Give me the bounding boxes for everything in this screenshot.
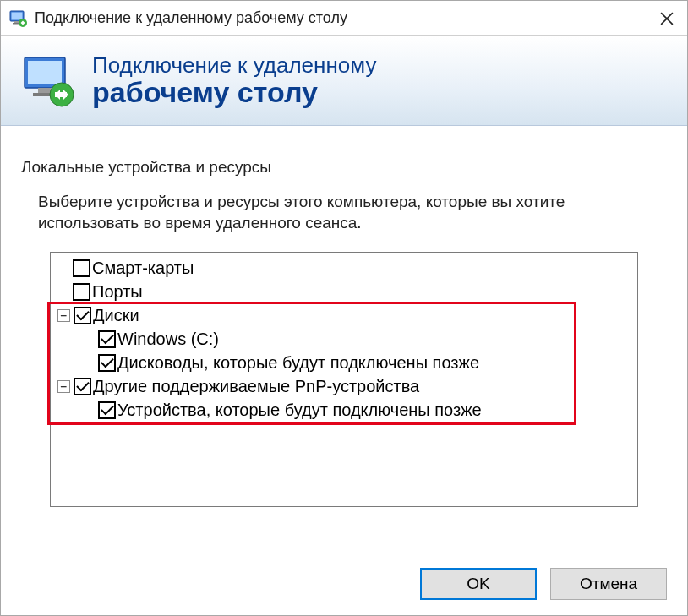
- checkbox-pnp-later[interactable]: [98, 401, 116, 419]
- dialog-window: Подключение к удаленному рабочему столу …: [0, 0, 688, 616]
- label-pnp: Другие поддерживаемые PnP-устройства: [93, 377, 419, 396]
- window-title: Подключение к удаленному рабочему столу: [35, 9, 647, 27]
- banner-line-1: Подключение к удаленному: [92, 53, 376, 78]
- section-title: Локальные устройства и ресурсы: [21, 158, 667, 177]
- label-pnp-later: Устройства, которые будут подключены поз…: [117, 401, 482, 420]
- label-drives: Диски: [93, 306, 139, 325]
- close-button[interactable]: [647, 1, 687, 36]
- banner-title: Подключение к удаленному рабочему столу: [92, 53, 376, 109]
- label-windows-c: Windows (C:): [117, 330, 219, 349]
- checkbox-ports[interactable]: [73, 283, 90, 301]
- content-area: Локальные устройства и ресурсы Выберите …: [1, 126, 687, 553]
- label-drives-later: Дисководы, которые будут подключены позж…: [117, 353, 479, 373]
- checkbox-drives-later[interactable]: [98, 354, 116, 372]
- banner: Подключение к удаленному рабочему столу: [1, 36, 687, 126]
- instructions-text: Выберите устройства и ресурсы этого комп…: [38, 192, 650, 233]
- rdp-banner-icon: [21, 52, 79, 110]
- checkbox-pnp[interactable]: [74, 378, 91, 395]
- checkbox-drives[interactable]: [74, 307, 91, 324]
- svg-rect-1: [12, 12, 23, 19]
- tree-item-pnp[interactable]: − Другие поддерживаемые PnP-устройства: [51, 374, 637, 398]
- label-smartcards: Смарт-карты: [92, 259, 194, 278]
- banner-line-2: рабочему столу: [92, 77, 376, 108]
- device-tree[interactable]: Смарт-карты Порты − Диски Windows (C:) Д…: [50, 252, 638, 507]
- rdp-titlebar-icon: [9, 9, 28, 28]
- titlebar: Подключение к удаленному рабочему столу: [1, 1, 687, 36]
- ok-button[interactable]: OK: [420, 568, 537, 600]
- tree-item-pnp-later[interactable]: Устройства, которые будут подключены поз…: [51, 398, 637, 422]
- checkbox-windows-c[interactable]: [98, 330, 116, 348]
- cancel-button[interactable]: Отмена: [550, 568, 667, 600]
- tree-item-smartcards[interactable]: Смарт-карты: [51, 256, 637, 280]
- label-ports: Порты: [92, 282, 143, 302]
- svg-rect-8: [28, 61, 62, 84]
- close-icon: [660, 12, 674, 25]
- tree-item-drives-later[interactable]: Дисководы, которые будут подключены позж…: [51, 351, 637, 374]
- collapse-toggle-drives[interactable]: −: [57, 309, 70, 322]
- tree-item-drives[interactable]: − Диски: [51, 303, 637, 327]
- collapse-toggle-pnp[interactable]: −: [57, 380, 70, 393]
- footer: OK Отмена: [1, 553, 687, 615]
- tree-item-windows-c[interactable]: Windows (C:): [51, 327, 637, 351]
- tree-item-ports[interactable]: Порты: [51, 280, 637, 303]
- svg-rect-9: [38, 88, 52, 93]
- checkbox-smartcards[interactable]: [73, 259, 90, 277]
